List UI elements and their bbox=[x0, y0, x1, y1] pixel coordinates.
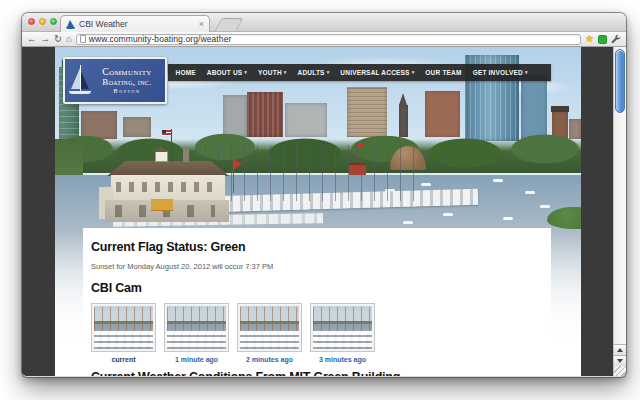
site-nav-bar: HOME ABOUT US▾ YOUTH▾ ADULTS▾ UNIVERSAL … bbox=[168, 64, 551, 81]
webcam-thumbnail: 3 minutes ago bbox=[310, 303, 375, 363]
arrow-up-icon bbox=[617, 348, 623, 352]
arrow-down-icon bbox=[617, 359, 623, 363]
webcam-link-2min[interactable]: 2 minutes ago bbox=[237, 356, 302, 363]
close-window-button[interactable] bbox=[28, 18, 35, 25]
weather-conditions-heading: Current Weather Conditions From MIT Gree… bbox=[91, 370, 541, 376]
back-icon[interactable]: ← bbox=[27, 34, 37, 44]
zoom-window-button[interactable] bbox=[50, 18, 57, 25]
flag-status-heading: Current Flag Status: Green bbox=[91, 240, 541, 254]
webcam-image-current[interactable] bbox=[91, 303, 156, 352]
url-text[interactable]: www.community-boating.org/weather bbox=[89, 34, 232, 44]
browser-toolbar: ← → ↻ ⌂ www.community-boating.org/weathe… bbox=[22, 32, 626, 47]
webcam-link-1min[interactable]: 1 minute ago bbox=[164, 356, 229, 363]
extension-icon[interactable] bbox=[598, 35, 607, 44]
nav-item-about-us[interactable]: ABOUT US▾ bbox=[201, 69, 252, 76]
page-scrollbar[interactable] bbox=[613, 47, 626, 376]
webcam-image-3min[interactable] bbox=[310, 303, 375, 352]
webcam-thumbnail: 2 minutes ago bbox=[237, 303, 302, 363]
window-titlebar[interactable]: CBI Weather × bbox=[22, 13, 626, 32]
webcam-thumbnails-row: current 1 minute ago 2 minutes ago 3 min… bbox=[91, 303, 541, 363]
browser-body: Community Boating, inc. Boston HOME ABOU… bbox=[22, 47, 626, 376]
reload-icon[interactable]: ↻ bbox=[54, 34, 62, 44]
chevron-down-icon: ▾ bbox=[327, 70, 330, 75]
chevron-down-icon: ▾ bbox=[525, 70, 528, 75]
webcam-link-3min[interactable]: 3 minutes ago bbox=[310, 356, 375, 363]
page-viewport: Community Boating, inc. Boston HOME ABOU… bbox=[22, 47, 613, 376]
nav-item-universal-access[interactable]: UNIVERSAL ACCESS▾ bbox=[335, 69, 420, 76]
nav-item-our-team[interactable]: OUR TEAM bbox=[420, 69, 467, 76]
wrench-menu-icon[interactable] bbox=[611, 34, 621, 44]
page-icon bbox=[80, 35, 86, 43]
chevron-down-icon: ▾ bbox=[284, 70, 287, 75]
address-bar[interactable]: www.community-boating.org/weather bbox=[76, 34, 581, 45]
logo-name-bottom: Boston bbox=[92, 88, 162, 94]
logo-sailboat-icon bbox=[68, 64, 92, 98]
cbi-cam-heading: CBI Cam bbox=[91, 281, 541, 295]
minimize-window-button[interactable] bbox=[39, 18, 46, 25]
webcam-link-current[interactable]: current bbox=[91, 356, 156, 363]
browser-tab[interactable]: CBI Weather × bbox=[60, 15, 210, 32]
chevron-down-icon: ▾ bbox=[412, 70, 415, 75]
window-resize-grip[interactable] bbox=[614, 366, 626, 376]
nav-item-get-involved[interactable]: GET INVOLVED▾ bbox=[467, 69, 533, 76]
nav-item-youth[interactable]: YOUTH▾ bbox=[253, 69, 292, 76]
tab-close-icon[interactable]: × bbox=[199, 20, 204, 29]
forward-icon[interactable]: → bbox=[41, 34, 51, 44]
nav-item-home[interactable]: HOME bbox=[170, 69, 201, 76]
webcam-image-1min[interactable] bbox=[164, 303, 229, 352]
webcam-image-2min[interactable] bbox=[237, 303, 302, 352]
webcam-thumbnail: current bbox=[91, 303, 156, 363]
new-tab-button[interactable] bbox=[215, 18, 244, 31]
nav-item-adults[interactable]: ADULTS▾ bbox=[292, 69, 335, 76]
chevron-down-icon: ▾ bbox=[244, 70, 247, 75]
scrollbar-down-button[interactable] bbox=[614, 355, 626, 366]
sunset-text: Sunset for Monday August 20, 2012 will o… bbox=[91, 262, 541, 271]
scrollbar-thumb[interactable] bbox=[615, 49, 625, 113]
site-logo[interactable]: Community Boating, inc. Boston bbox=[63, 57, 167, 104]
home-icon[interactable]: ⌂ bbox=[66, 34, 72, 44]
screenshot-root: { "browser": { "tab_title": "CBI Weather… bbox=[0, 0, 640, 400]
browser-window: CBI Weather × ← → ↻ ⌂ www.community-boat… bbox=[22, 13, 626, 377]
logo-name-mid: Boating, inc. bbox=[92, 78, 162, 88]
content-card: Current Flag Status: Green Sunset for Mo… bbox=[83, 228, 551, 376]
bookmark-star-icon[interactable]: ★ bbox=[585, 34, 594, 44]
sailboat-favicon-icon bbox=[66, 20, 75, 29]
tab-title: CBI Weather bbox=[79, 19, 195, 29]
webcam-thumbnail: 1 minute ago bbox=[164, 303, 229, 363]
scrollbar-up-button[interactable] bbox=[614, 344, 626, 355]
